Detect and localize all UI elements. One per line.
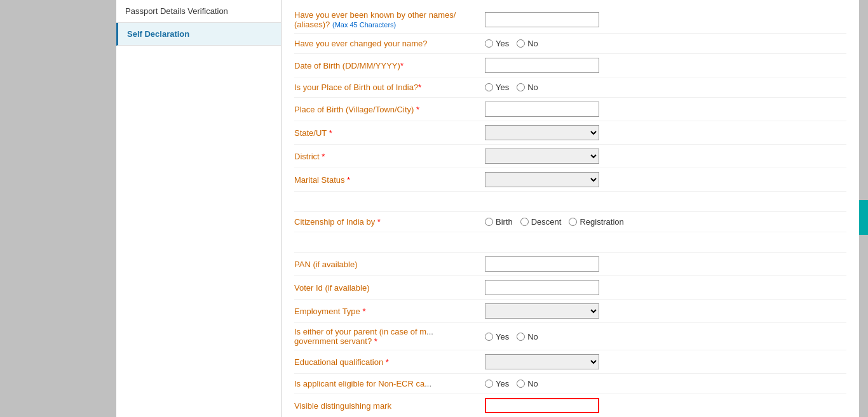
- form-row-non-ecr: Is applicant eligible for Non-ECR ca... …: [294, 374, 846, 394]
- label-place-birth: Place of Birth (Village/Town/City) *: [294, 105, 485, 114]
- control-edu: [485, 354, 846, 369]
- sidebar-item-self-declaration[interactable]: Self Declaration: [116, 23, 281, 46]
- radio-no-birth[interactable]: No: [517, 83, 538, 92]
- control-place-birth: [485, 102, 846, 117]
- label-pan: PAN (if available): [294, 260, 485, 269]
- form-row-spacer1: [294, 192, 846, 212]
- radio-input-yes-ecr[interactable]: [485, 380, 493, 388]
- form-row-spacer2: [294, 232, 846, 253]
- label-state: State/UT *: [294, 128, 485, 138]
- label-aliases: Have you ever been known by other names/…: [294, 10, 485, 29]
- label-non-ecr: Is applicant eligible for Non-ECR ca...: [294, 379, 485, 388]
- form-row-district: District *: [294, 145, 846, 168]
- radio-input-yes-birth[interactable]: [485, 83, 493, 91]
- form-row-pan: PAN (if available): [294, 253, 846, 276]
- select-state[interactable]: [485, 125, 599, 140]
- select-employment[interactable]: [485, 303, 599, 319]
- sidebar-item-passport-details[interactable]: Passport Details Verification: [116, 0, 281, 23]
- label-employment: Employment Type *: [294, 307, 485, 316]
- control-voter-id: [485, 280, 846, 295]
- radio-input-descent-cit[interactable]: [520, 218, 529, 226]
- select-marital[interactable]: [485, 172, 599, 187]
- label-parent-govt: Is either of your parent (in case of m..…: [294, 327, 485, 346]
- radio-descent-citizenship[interactable]: Descent: [520, 217, 562, 227]
- control-non-ecr: Yes No: [485, 379, 846, 388]
- label-dob: Date of Birth (DD/MM/YYYY)*: [294, 61, 485, 70]
- form-row-place-birth: Place of Birth (Village/Town/City) *: [294, 98, 846, 121]
- radio-no-parent[interactable]: No: [517, 332, 538, 341]
- radio-no-ecr[interactable]: No: [517, 379, 538, 388]
- form-row-state: State/UT *: [294, 121, 846, 145]
- form-row-changed-name: Have you ever changed your name? Yes No: [294, 34, 846, 54]
- form-row-birth-out-india: Is your Place of Birth out of India?* Ye…: [294, 77, 846, 98]
- select-district[interactable]: [485, 149, 599, 164]
- control-citizenship: Birth Descent Registration: [485, 217, 846, 227]
- radio-yes-parent[interactable]: Yes: [485, 332, 509, 341]
- scrollbar-area: [859, 0, 868, 417]
- radio-input-birth-cit[interactable]: [485, 218, 493, 226]
- form-row-citizenship: Citizenship of India by * Birth Descent …: [294, 212, 846, 232]
- form-row-visible-mark: Visible distinguishing mark: [294, 394, 846, 417]
- main-content: Have you ever been known by other names/…: [281, 0, 859, 417]
- control-state: [485, 125, 846, 140]
- radio-input-yes-changed[interactable]: [485, 39, 493, 48]
- label-birth-out-india: Is your Place of Birth out of India?*: [294, 83, 485, 92]
- form-row-employment: Employment Type *: [294, 300, 846, 323]
- control-visible-mark: [485, 398, 846, 413]
- radio-input-yes-parent[interactable]: [485, 333, 493, 341]
- control-birth-out-india: Yes No: [485, 83, 846, 92]
- form-row-marital: Marital Status *: [294, 168, 846, 192]
- input-place-birth[interactable]: [485, 102, 599, 117]
- sidebar: Passport Details Verification Self Decla…: [116, 0, 281, 417]
- radio-input-no-birth[interactable]: [517, 83, 525, 91]
- label-citizenship: Citizenship of India by *: [294, 217, 485, 227]
- label-visible-mark: Visible distinguishing mark: [294, 401, 485, 411]
- control-aliases: [485, 12, 846, 27]
- radio-birth-citizenship[interactable]: Birth: [485, 217, 513, 227]
- radio-registration-citizenship[interactable]: Registration: [569, 217, 623, 227]
- radio-input-no-ecr[interactable]: [517, 380, 525, 388]
- control-pan: [485, 256, 846, 272]
- control-employment: [485, 303, 846, 319]
- radio-yes-changed[interactable]: Yes: [485, 39, 509, 48]
- control-parent-govt: Yes No: [485, 332, 846, 341]
- input-aliases[interactable]: [485, 12, 599, 27]
- form-row-aliases: Have you ever been known by other names/…: [294, 6, 846, 34]
- form-row-dob: Date of Birth (DD/MM/YYYY)*: [294, 54, 846, 77]
- label-edu: Educational qualification *: [294, 357, 485, 367]
- form-row-voter-id: Voter Id (if available): [294, 276, 846, 300]
- radio-input-reg-cit[interactable]: [569, 218, 577, 226]
- input-dob[interactable]: [485, 58, 599, 73]
- form-row-parent-govt: Is either of your parent (in case of m..…: [294, 323, 846, 350]
- input-pan[interactable]: [485, 256, 599, 272]
- form-row-edu: Educational qualification *: [294, 350, 846, 374]
- label-changed-name: Have you ever changed your name?: [294, 39, 485, 48]
- label-district: District *: [294, 152, 485, 161]
- input-voter-id[interactable]: [485, 280, 599, 295]
- input-visible-mark[interactable]: [485, 398, 599, 413]
- control-changed-name: Yes No: [485, 39, 846, 48]
- radio-input-no-parent[interactable]: [517, 333, 525, 341]
- radio-yes-ecr[interactable]: Yes: [485, 379, 509, 388]
- scrollbar-thumb[interactable]: [859, 200, 868, 235]
- select-edu[interactable]: [485, 354, 599, 369]
- left-gray-panel: [0, 0, 116, 417]
- radio-input-no-changed[interactable]: [517, 39, 525, 48]
- control-dob: [485, 58, 846, 73]
- control-marital: [485, 172, 846, 187]
- form-area: Have you ever been known by other names/…: [281, 0, 859, 417]
- radio-no-changed[interactable]: No: [517, 39, 538, 48]
- radio-yes-birth[interactable]: Yes: [485, 83, 509, 92]
- label-marital: Marital Status *: [294, 175, 485, 185]
- control-district: [485, 149, 846, 164]
- label-voter-id: Voter Id (if available): [294, 283, 485, 293]
